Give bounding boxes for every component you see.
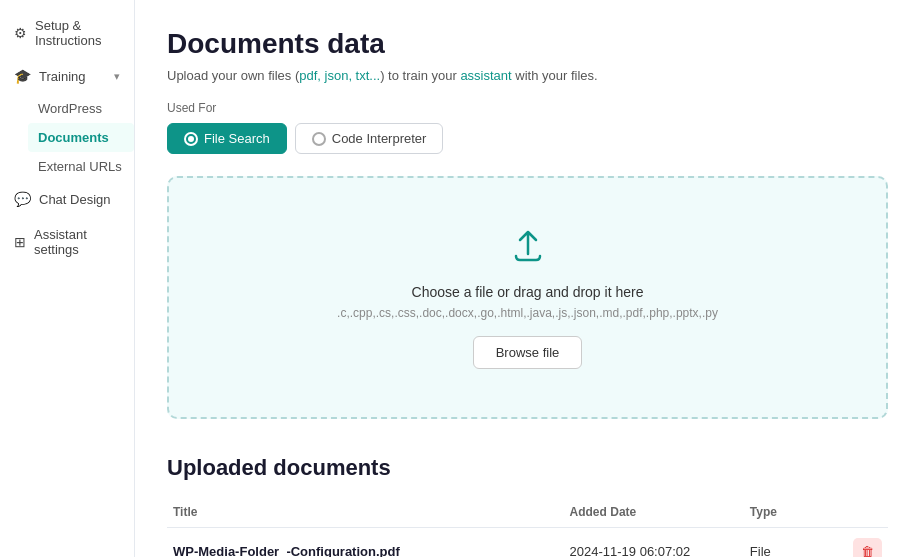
sidebar: ⚙ Setup & Instructions 🎓 Training ▾ Word… [0, 0, 135, 557]
code-interpreter-label: Code Interpreter [332, 131, 427, 146]
sidebar-item-label: Setup & Instructions [35, 18, 120, 48]
chevron-down-icon: ▾ [114, 70, 120, 83]
subtitle: Upload your own files (pdf, json, txt...… [167, 68, 888, 83]
uploaded-docs-title: Uploaded documents [167, 455, 888, 481]
gear-icon: ⚙ [14, 25, 27, 41]
col-header-date: Added Date [564, 497, 744, 528]
file-search-radio [184, 132, 198, 146]
sidebar-training-label: Training [39, 69, 85, 84]
uploaded-docs-table: Title Added Date Type WP-Media-Folder_-C… [167, 497, 888, 557]
sidebar-training-section: 🎓 Training ▾ WordPress Documents Externa… [0, 58, 134, 181]
sidebar-item-chat-design[interactable]: 💬 Chat Design [0, 181, 134, 217]
sidebar-item-assistant-settings[interactable]: ⊞ Assistant settings [0, 217, 134, 267]
code-interpreter-radio [312, 132, 326, 146]
delete-document-button[interactable]: 🗑 [853, 538, 882, 557]
sidebar-item-external-urls[interactable]: External URLs [28, 152, 134, 181]
used-for-label: Used For [167, 101, 888, 115]
training-icon: 🎓 [14, 68, 31, 84]
sidebar-item-documents[interactable]: Documents [28, 123, 134, 152]
sidebar-assistant-label: Assistant settings [34, 227, 120, 257]
col-header-title: Title [167, 497, 564, 528]
col-header-type: Type [744, 497, 831, 528]
chat-icon: 💬 [14, 191, 31, 207]
col-header-action [830, 497, 888, 528]
sidebar-item-training[interactable]: 🎓 Training ▾ [0, 58, 134, 94]
drop-zone[interactable]: Choose a file or drag and drop it here .… [167, 176, 888, 419]
doc-type: File [744, 528, 831, 558]
toggle-group: File Search Code Interpreter [167, 123, 888, 154]
doc-filename: WP-Media-Folder_-Configuration.pdf [167, 528, 564, 558]
browse-file-button[interactable]: Browse file [473, 336, 583, 369]
table-row: WP-Media-Folder_-Configuration.pdf 2024-… [167, 528, 888, 558]
main-content: Documents data Upload your own files (pd… [135, 0, 920, 557]
doc-action-cell: 🗑 [830, 528, 888, 558]
file-search-label: File Search [204, 131, 270, 146]
upload-icon [193, 226, 862, 274]
sidebar-chat-design-label: Chat Design [39, 192, 111, 207]
drop-text: Choose a file or drag and drop it here [193, 284, 862, 300]
sidebar-item-wordpress[interactable]: WordPress [28, 94, 134, 123]
sidebar-item-setup-instructions[interactable]: ⚙ Setup & Instructions [0, 8, 134, 58]
file-search-toggle[interactable]: File Search [167, 123, 287, 154]
page-title: Documents data [167, 28, 888, 60]
sidebar-training-submenu: WordPress Documents External URLs [0, 94, 134, 181]
file-types: .c,.cpp,.cs,.css,.doc,.docx,.go,.html,.j… [193, 306, 862, 320]
grid-icon: ⊞ [14, 234, 26, 250]
code-interpreter-toggle[interactable]: Code Interpreter [295, 123, 444, 154]
doc-added-date: 2024-11-19 06:07:02 [564, 528, 744, 558]
